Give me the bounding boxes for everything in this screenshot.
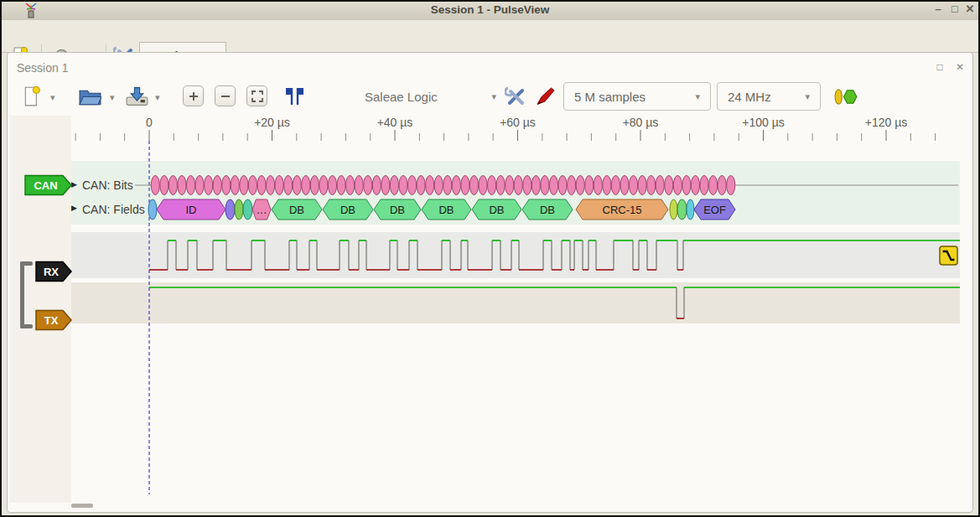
new-file-icon <box>23 85 42 107</box>
zoom-in-button[interactable] <box>183 85 204 106</box>
session-float-button[interactable]: □ <box>932 60 947 74</box>
save-caret-icon[interactable]: ▾ <box>155 92 160 103</box>
window-title: Session 1 - PulseView <box>0 3 980 16</box>
minimize-button[interactable]: – <box>931 2 946 17</box>
timeline-ruler[interactable] <box>71 116 960 142</box>
zoom-fit-button[interactable] <box>246 85 267 106</box>
probe-icon <box>535 85 557 107</box>
open-folder-icon <box>79 87 101 106</box>
rx-row-background[interactable] <box>71 232 960 278</box>
device-label: Saleae Logic <box>365 90 438 104</box>
sample-rate-select[interactable]: 24 MHz ▾ <box>717 82 821 111</box>
can-bits-row-label[interactable]: CAN: Bits <box>82 178 133 192</box>
zoom-out-icon <box>219 90 232 103</box>
main-toolbar: Run Session 1 ✕ <box>0 20 980 53</box>
sample-count-value: 5 M samples <box>574 90 646 104</box>
add-decoder-button[interactable] <box>832 87 858 106</box>
can-fields-expander-icon[interactable]: ▶ <box>71 204 77 212</box>
close-button[interactable]: ✕ <box>962 2 977 17</box>
trace-label-gutter <box>10 116 71 503</box>
signal-group-bracket <box>20 324 33 328</box>
wrench-screwdriver-icon <box>505 85 526 107</box>
horizontal-scrollbar-thumb[interactable] <box>71 504 93 508</box>
session-panel-title: Session 1 <box>17 61 68 75</box>
zoom-fit-icon <box>251 90 264 103</box>
signal-group-bracket <box>20 261 24 328</box>
tx-row-background[interactable] <box>71 282 960 323</box>
sample-count-select[interactable]: 5 M samples ▾ <box>563 82 711 111</box>
device-caret-icon: ▾ <box>491 91 496 102</box>
decoder-row-background[interactable] <box>71 161 960 225</box>
new-file-caret-icon[interactable]: ▾ <box>50 92 55 103</box>
sample-rate-caret-icon: ▾ <box>805 91 810 102</box>
zoom-out-button[interactable] <box>215 85 236 106</box>
cursors-flags-icon <box>283 85 306 107</box>
can-fields-row-label[interactable]: CAN: Fields <box>82 203 145 216</box>
maximize-button[interactable]: □ <box>947 2 962 17</box>
save-button[interactable] <box>126 85 148 107</box>
sample-count-caret-icon: ▾ <box>695 91 700 102</box>
show-cursors-button[interactable] <box>283 85 306 107</box>
session-close-button[interactable]: ✕ <box>952 60 967 74</box>
pulseview-window: Session 1 - PulseView – □ ✕ Run Session … <box>0 0 980 517</box>
open-caret-icon[interactable]: ▾ <box>110 92 115 103</box>
window-titlebar[interactable]: Session 1 - PulseView – □ ✕ <box>0 0 980 21</box>
save-icon <box>126 85 148 107</box>
can-bits-expander-icon[interactable]: ▶ <box>71 180 77 189</box>
new-file-button[interactable] <box>23 85 42 107</box>
sample-rate-value: 24 MHz <box>728 90 771 104</box>
open-button[interactable] <box>79 87 101 106</box>
signal-group-bracket <box>20 261 33 266</box>
device-select[interactable]: Saleae Logic ▾ <box>352 82 496 111</box>
configure-device-button[interactable] <box>505 85 526 107</box>
decoder-annotations-icon <box>832 87 858 106</box>
zoom-in-icon <box>187 90 200 103</box>
channels-button[interactable] <box>535 85 557 107</box>
